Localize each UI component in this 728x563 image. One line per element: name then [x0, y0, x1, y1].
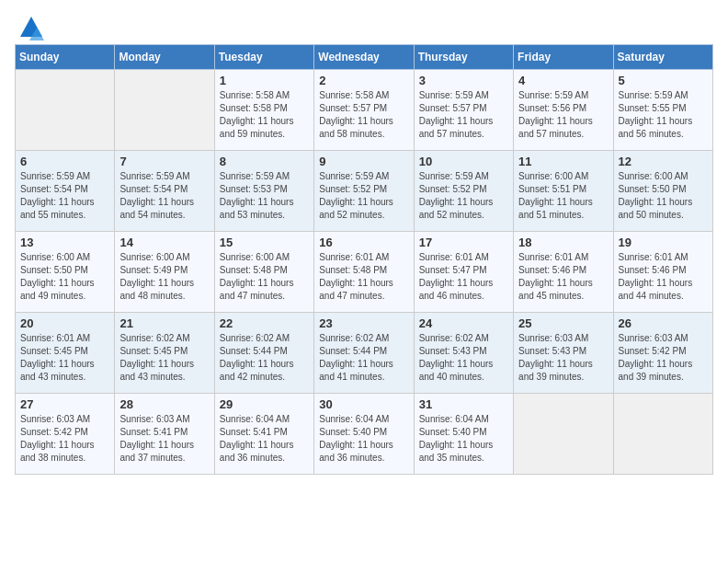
day-number: 12 — [619, 155, 708, 168]
weekday-header-wednesday: Wednesday — [314, 45, 414, 70]
day-info: Sunrise: 6:00 AMSunset: 5:48 PMDaylight:… — [220, 251, 309, 303]
day-number: 27 — [20, 397, 109, 411]
day-info: Sunrise: 5:59 AMSunset: 5:54 PMDaylight:… — [20, 170, 109, 222]
calendar-cell — [16, 70, 115, 151]
calendar-cell: 4 Sunrise: 5:59 AMSunset: 5:56 PMDayligh… — [514, 70, 613, 151]
day-info: Sunrise: 6:02 AMSunset: 5:43 PMDaylight:… — [419, 332, 508, 384]
calendar-cell: 7 Sunrise: 5:59 AMSunset: 5:54 PMDayligh… — [115, 151, 214, 232]
calendar-cell: 14 Sunrise: 6:00 AMSunset: 5:49 PMDaylig… — [115, 232, 214, 313]
calendar-cell: 18 Sunrise: 6:01 AMSunset: 5:46 PMDaylig… — [514, 232, 613, 313]
day-number: 26 — [619, 316, 708, 330]
logo — [15, 15, 44, 40]
day-info: Sunrise: 6:01 AMSunset: 5:46 PMDaylight:… — [619, 251, 708, 303]
day-number: 16 — [319, 236, 408, 249]
day-info: Sunrise: 6:01 AMSunset: 5:47 PMDaylight:… — [419, 251, 508, 303]
calendar-cell: 23 Sunrise: 6:02 AMSunset: 5:44 PMDaylig… — [314, 313, 414, 394]
calendar-week-row: 1 Sunrise: 5:58 AMSunset: 5:58 PMDayligh… — [16, 70, 713, 151]
day-number: 31 — [419, 397, 508, 411]
calendar-cell: 2 Sunrise: 5:58 AMSunset: 5:57 PMDayligh… — [314, 70, 414, 151]
calendar-cell: 30 Sunrise: 6:04 AMSunset: 5:40 PMDaylig… — [314, 394, 414, 475]
calendar-cell: 10 Sunrise: 5:59 AMSunset: 5:52 PMDaylig… — [414, 151, 513, 232]
calendar-cell: 31 Sunrise: 6:04 AMSunset: 5:40 PMDaylig… — [414, 394, 513, 475]
day-number: 30 — [319, 397, 408, 411]
day-number: 1 — [220, 74, 309, 87]
calendar-cell — [115, 70, 214, 151]
day-number: 14 — [119, 236, 209, 249]
day-info: Sunrise: 6:03 AMSunset: 5:42 PMDaylight:… — [20, 413, 109, 465]
day-info: Sunrise: 6:00 AMSunset: 5:49 PMDaylight:… — [119, 251, 209, 303]
day-number: 20 — [20, 316, 109, 330]
day-info: Sunrise: 5:59 AMSunset: 5:52 PMDaylight:… — [419, 170, 508, 222]
day-number: 6 — [20, 155, 109, 168]
day-info: Sunrise: 6:03 AMSunset: 5:43 PMDaylight:… — [518, 332, 608, 384]
weekday-header-saturday: Saturday — [613, 45, 712, 70]
calendar-cell: 27 Sunrise: 6:03 AMSunset: 5:42 PMDaylig… — [16, 394, 115, 475]
day-info: Sunrise: 6:02 AMSunset: 5:45 PMDaylight:… — [119, 332, 209, 384]
calendar-cell — [514, 394, 613, 475]
day-info: Sunrise: 6:02 AMSunset: 5:44 PMDaylight:… — [319, 332, 408, 384]
day-info: Sunrise: 6:01 AMSunset: 5:45 PMDaylight:… — [20, 332, 109, 384]
day-number: 4 — [518, 74, 608, 87]
calendar-cell: 21 Sunrise: 6:02 AMSunset: 5:45 PMDaylig… — [115, 313, 214, 394]
day-info: Sunrise: 5:59 AMSunset: 5:54 PMDaylight:… — [119, 170, 209, 222]
calendar-cell: 28 Sunrise: 6:03 AMSunset: 5:41 PMDaylig… — [115, 394, 214, 475]
calendar-cell: 6 Sunrise: 5:59 AMSunset: 5:54 PMDayligh… — [16, 151, 115, 232]
day-number: 29 — [220, 397, 309, 411]
day-info: Sunrise: 5:58 AMSunset: 5:58 PMDaylight:… — [220, 89, 309, 141]
day-number: 23 — [319, 316, 408, 330]
day-info: Sunrise: 6:00 AMSunset: 5:51 PMDaylight:… — [518, 170, 608, 222]
day-number: 18 — [518, 236, 608, 249]
day-number: 10 — [419, 155, 508, 168]
day-info: Sunrise: 6:03 AMSunset: 5:42 PMDaylight:… — [619, 332, 708, 384]
page-header — [15, 15, 713, 40]
day-number: 25 — [518, 316, 608, 330]
calendar-cell: 24 Sunrise: 6:02 AMSunset: 5:43 PMDaylig… — [414, 313, 513, 394]
weekday-header-thursday: Thursday — [414, 45, 513, 70]
day-info: Sunrise: 5:59 AMSunset: 5:57 PMDaylight:… — [419, 89, 508, 141]
calendar-cell: 26 Sunrise: 6:03 AMSunset: 5:42 PMDaylig… — [613, 313, 712, 394]
calendar-cell: 15 Sunrise: 6:00 AMSunset: 5:48 PMDaylig… — [214, 232, 313, 313]
day-info: Sunrise: 6:01 AMSunset: 5:46 PMDaylight:… — [518, 251, 608, 303]
calendar-cell: 17 Sunrise: 6:01 AMSunset: 5:47 PMDaylig… — [414, 232, 513, 313]
calendar-cell: 16 Sunrise: 6:01 AMSunset: 5:48 PMDaylig… — [314, 232, 414, 313]
day-info: Sunrise: 6:02 AMSunset: 5:44 PMDaylight:… — [220, 332, 309, 384]
day-info: Sunrise: 6:01 AMSunset: 5:48 PMDaylight:… — [319, 251, 408, 303]
day-number: 5 — [619, 74, 708, 87]
calendar-cell: 9 Sunrise: 5:59 AMSunset: 5:52 PMDayligh… — [314, 151, 414, 232]
calendar-cell: 25 Sunrise: 6:03 AMSunset: 5:43 PMDaylig… — [514, 313, 613, 394]
day-number: 28 — [119, 397, 209, 411]
day-info: Sunrise: 5:59 AMSunset: 5:52 PMDaylight:… — [319, 170, 408, 222]
calendar-cell: 8 Sunrise: 5:59 AMSunset: 5:53 PMDayligh… — [214, 151, 313, 232]
calendar-cell: 22 Sunrise: 6:02 AMSunset: 5:44 PMDaylig… — [214, 313, 313, 394]
day-number: 11 — [518, 155, 608, 168]
day-info: Sunrise: 6:00 AMSunset: 5:50 PMDaylight:… — [619, 170, 708, 222]
weekday-header-row: SundayMondayTuesdayWednesdayThursdayFrid… — [16, 45, 713, 70]
calendar-cell: 11 Sunrise: 6:00 AMSunset: 5:51 PMDaylig… — [514, 151, 613, 232]
day-number: 22 — [220, 316, 309, 330]
calendar-cell: 12 Sunrise: 6:00 AMSunset: 5:50 PMDaylig… — [613, 151, 712, 232]
day-info: Sunrise: 6:04 AMSunset: 5:40 PMDaylight:… — [319, 413, 408, 465]
weekday-header-monday: Monday — [115, 45, 214, 70]
calendar-week-row: 20 Sunrise: 6:01 AMSunset: 5:45 PMDaylig… — [16, 313, 713, 394]
weekday-header-sunday: Sunday — [16, 45, 115, 70]
calendar-cell: 5 Sunrise: 5:59 AMSunset: 5:55 PMDayligh… — [613, 70, 712, 151]
day-number: 8 — [220, 155, 309, 168]
day-info: Sunrise: 5:59 AMSunset: 5:56 PMDaylight:… — [518, 89, 608, 141]
calendar-cell: 20 Sunrise: 6:01 AMSunset: 5:45 PMDaylig… — [16, 313, 115, 394]
calendar-cell — [613, 394, 712, 475]
day-info: Sunrise: 6:03 AMSunset: 5:41 PMDaylight:… — [119, 413, 209, 465]
day-number: 3 — [419, 74, 508, 87]
day-info: Sunrise: 5:58 AMSunset: 5:57 PMDaylight:… — [319, 89, 408, 141]
calendar-cell: 3 Sunrise: 5:59 AMSunset: 5:57 PMDayligh… — [414, 70, 513, 151]
day-number: 13 — [20, 236, 109, 249]
day-number: 2 — [319, 74, 408, 87]
calendar-week-row: 27 Sunrise: 6:03 AMSunset: 5:42 PMDaylig… — [16, 394, 713, 475]
calendar-week-row: 6 Sunrise: 5:59 AMSunset: 5:54 PMDayligh… — [16, 151, 713, 232]
day-number: 15 — [220, 236, 309, 249]
calendar-cell: 29 Sunrise: 6:04 AMSunset: 5:41 PMDaylig… — [214, 394, 313, 475]
day-number: 7 — [119, 155, 209, 168]
day-info: Sunrise: 6:04 AMSunset: 5:40 PMDaylight:… — [419, 413, 508, 465]
day-number: 19 — [619, 236, 708, 249]
weekday-header-tuesday: Tuesday — [214, 45, 313, 70]
day-number: 21 — [119, 316, 209, 330]
